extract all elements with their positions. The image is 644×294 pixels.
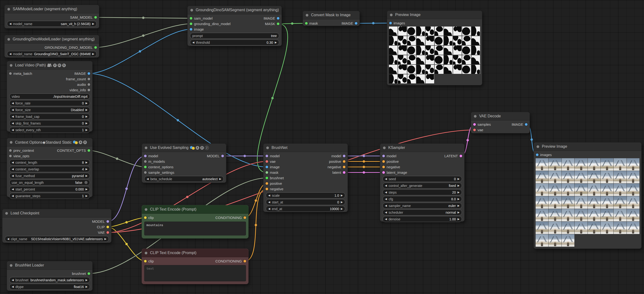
VAE-output-port[interactable]	[106, 231, 109, 234]
decrement-arrow-icon[interactable]: ◀	[12, 161, 14, 164]
link-midpoint-dot[interactable]	[271, 97, 274, 99]
decrement-arrow-icon[interactable]: ◀	[268, 201, 270, 203]
denoise-widget[interactable]: ◀denoise1.00▶	[382, 216, 462, 222]
link-midpoint-dot[interactable]	[244, 155, 246, 157]
node-title-bar[interactable]: BrushNet Loader	[7, 261, 92, 270]
increment-arrow-icon[interactable]: ▶	[86, 108, 88, 111]
link-midpoint-dot[interactable]	[363, 171, 365, 174]
decrement-arrow-icon[interactable]: ◀	[12, 122, 14, 125]
decrement-arrow-icon[interactable]: ◀	[12, 108, 14, 111]
node-title-bar[interactable]: BrushNet	[264, 144, 348, 152]
increment-arrow-icon[interactable]: ▶	[219, 178, 221, 180]
increment-arrow-icon[interactable]: ▶	[458, 184, 460, 187]
decrement-arrow-icon[interactable]: ◀	[268, 208, 270, 210]
node-sam_loader[interactable]: SAMModelLoader (segment anything)SAM_MOD…	[4, 5, 99, 28]
collapse-toggle-icon[interactable]	[145, 147, 147, 149]
increment-arrow-icon[interactable]: ▶	[458, 198, 460, 200]
node-use_evolved[interactable]: Use Evolved SamplingAD2modelMODELm_model…	[142, 143, 226, 183]
node-load_video[interactable]: Load Video (Path)VHSmeta_batchIMAGEframe…	[7, 61, 92, 132]
link-midpoint-dot[interactable]	[372, 22, 375, 24]
node-dino_segment[interactable]: GroundingDinoSAMSegment (segment anythin…	[187, 6, 282, 46]
brushnet-input-port[interactable]	[266, 177, 268, 179]
decrement-arrow-icon[interactable]: ◀	[12, 195, 14, 197]
latent_image-input-port[interactable]	[382, 171, 385, 174]
grounding_dino_model-input-port[interactable]	[190, 22, 192, 25]
link-midpoint-dot[interactable]	[125, 188, 128, 190]
node-title-bar[interactable]: Convert Mask to Image	[303, 11, 360, 19]
node-preview_right[interactable]: Preview Imageimages	[534, 142, 642, 249]
node-title-bar[interactable]: Preview Image	[387, 11, 482, 19]
collapse-toggle-icon[interactable]	[10, 64, 12, 67]
node-title-bar[interactable]: KSampler	[380, 144, 464, 152]
link-midpoint-dot[interactable]	[125, 221, 128, 224]
images-input-port[interactable]	[389, 22, 392, 24]
link-midpoint-dot[interactable]	[255, 224, 257, 226]
node-context_options[interactable]: Context Options◆Standard StaticADprev_co…	[7, 138, 92, 197]
increment-arrow-icon[interactable]: ▶	[86, 168, 88, 170]
video-widget[interactable]: video./input/AnimateDiff.mp4	[9, 93, 90, 99]
node-brushnet_loader[interactable]: BrushNet Loaderbrushnet◀brushnetbrushnet…	[7, 261, 92, 291]
CLIP-output-port[interactable]	[106, 226, 109, 228]
node-convert_mask[interactable]: Convert Mask to ImagemaskIMAGE	[302, 11, 360, 26]
images-input-port[interactable]	[536, 153, 538, 156]
decrement-arrow-icon[interactable]: ◀	[12, 279, 14, 281]
increment-arrow-icon[interactable]: ▶	[86, 279, 88, 281]
negative-input-port[interactable]	[266, 188, 268, 190]
CONDITIONING-output-port[interactable]	[244, 216, 246, 219]
node-title-bar[interactable]: Load Video (Path)VHS	[7, 61, 92, 69]
prev_context-input-port[interactable]	[9, 149, 12, 152]
decrement-arrow-icon[interactable]: ◀	[147, 178, 148, 180]
link-midpoint-dot[interactable]	[291, 22, 294, 25]
fuse_method-widget[interactable]: ◀fuse_methodpyramid▶	[9, 173, 90, 179]
increment-arrow-icon[interactable]: ▶	[86, 175, 88, 177]
image-input-port[interactable]	[190, 28, 192, 30]
increment-arrow-icon[interactable]: ▶	[458, 191, 460, 194]
increment-arrow-icon[interactable]: ▶	[458, 178, 460, 180]
positive-output-port[interactable]	[343, 160, 346, 163]
control_after_generate-widget[interactable]: ◀control_after_generatefixed▶	[382, 183, 462, 189]
positive-input-port[interactable]	[266, 182, 268, 185]
decrement-arrow-icon[interactable]: ◀	[9, 53, 11, 55]
node-title-bar[interactable]: Context Options◆Standard StaticAD	[7, 138, 92, 147]
increment-arrow-icon[interactable]: ▶	[341, 201, 343, 203]
skip_first_frames-widget[interactable]: ◀skip_first_frames0▶	[9, 120, 90, 126]
collapse-toggle-icon[interactable]	[390, 14, 392, 16]
brushnet-widget[interactable]: ◀brushnetbrushnet/random_mask.safetensor…	[9, 277, 90, 283]
node-title-bar[interactable]: GroundingDinoSAMSegment (segment anythin…	[188, 6, 282, 14]
decrement-arrow-icon[interactable]: ◀	[385, 178, 387, 180]
IMAGE-output-port[interactable]	[277, 17, 280, 19]
frame_load_cap-widget[interactable]: ◀frame_load_cap0▶	[9, 114, 90, 119]
scheduler-widget[interactable]: ◀schedulernormal▶	[382, 209, 462, 215]
model-input-port[interactable]	[266, 155, 268, 157]
link-midpoint-dot[interactable]	[255, 199, 257, 202]
toggle-knob[interactable]	[84, 181, 88, 184]
model-output-port[interactable]	[343, 155, 346, 157]
link-midpoint-dot[interactable]	[142, 17, 144, 19]
MODEL-output-port[interactable]	[221, 155, 224, 157]
dtype-widget[interactable]: ◀dtypefloat16▶	[9, 284, 90, 290]
increment-arrow-icon[interactable]: ▶	[341, 194, 343, 197]
link-midpoint-dot[interactable]	[186, 196, 188, 198]
force_size-widget[interactable]: ◀force_sizeDisabled▶	[9, 107, 90, 113]
IMAGE-output-port[interactable]	[355, 22, 358, 25]
start_at-widget[interactable]: ◀start_at0▶	[266, 199, 345, 205]
node-clip_neg[interactable]: CLIP Text Encode (Prompt)clipCONDITIONIN…	[142, 249, 248, 284]
collapse-toggle-icon[interactable]	[266, 147, 269, 149]
increment-arrow-icon[interactable]: ▶	[458, 204, 460, 207]
samples-input-port[interactable]	[473, 123, 476, 126]
link-midpoint-dot[interactable]	[139, 50, 141, 53]
negative-output-port[interactable]	[343, 166, 346, 168]
link-midpoint-dot[interactable]	[530, 138, 533, 141]
node-clip_pos[interactable]: CLIP Text Encode (Prompt)clipCONDITIONIN…	[142, 205, 248, 239]
link-midpoint-dot[interactable]	[363, 166, 365, 168]
mask-input-port[interactable]	[305, 22, 308, 25]
sample_settings-input-port[interactable]	[144, 171, 147, 174]
model_name-widget[interactable]: ◀model_nameGroundingDINO_SwinT_OGC (694M…	[7, 51, 97, 57]
node-preview_top[interactable]: Preview Imageimages	[387, 10, 482, 85]
increment-arrow-icon[interactable]: ▶	[86, 129, 88, 131]
vae-input-port[interactable]	[266, 160, 268, 163]
decrement-arrow-icon[interactable]: ◀	[385, 204, 387, 207]
decrement-arrow-icon[interactable]: ◀	[7, 238, 9, 240]
mask-input-port[interactable]	[266, 171, 268, 174]
collapse-toggle-icon[interactable]	[10, 264, 12, 267]
